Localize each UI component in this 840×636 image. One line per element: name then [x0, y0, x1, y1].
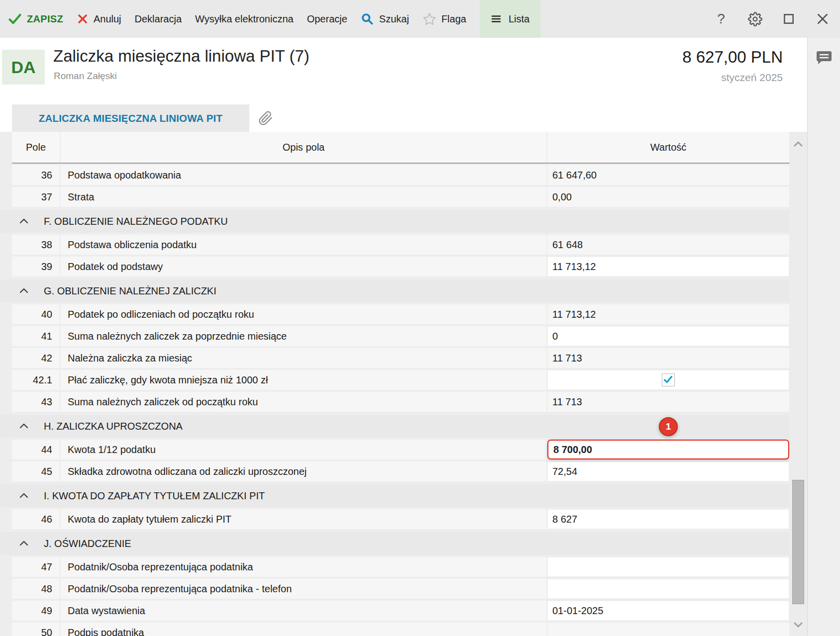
section-header-row[interactable]: I. KWOTA DO ZAPŁATY TYTUŁEM ZALICZKI PIT [0, 484, 789, 507]
list-icon [491, 13, 502, 24]
field-row-48: 48Podatnik/Osoba reprezentująca podatnik… [12, 579, 789, 599]
search-button[interactable]: Szukaj [361, 12, 409, 26]
section-label: H. ZALICZKA UPROSZCZONA [44, 421, 183, 432]
section-header-row[interactable]: J. OŚWIADCZENIE [0, 532, 789, 555]
field-label: Suma należnych zaliczek od początku roku [61, 392, 546, 412]
scroll-up-icon[interactable] [793, 139, 804, 150]
collapse-chevron-icon[interactable] [19, 491, 29, 501]
field-value: 11 713 [547, 392, 789, 412]
attachments-tab[interactable] [250, 104, 281, 132]
field-label: Podpis podatnika [61, 623, 546, 636]
comments-icon[interactable] [816, 50, 833, 66]
field-number: 45 [12, 461, 60, 481]
page-title: Zaliczka miesięczna liniowa PIT (7) [53, 47, 310, 66]
field-number: 41 [12, 326, 60, 346]
flag-label: Flaga [441, 13, 466, 25]
field-number: 43 [12, 392, 60, 412]
annotation-badge: 1 [659, 417, 678, 436]
field-label: Płać zaliczkę, gdy kwota mniejsza niż 10… [61, 370, 546, 390]
field-row-41: 41Suma należnych zaliczek za poprzednie … [12, 326, 789, 346]
field-value: 11 713,12 [547, 304, 789, 324]
tab-strip: ZALICZKA MIESIĘCZNA LINIOWA PIT [0, 96, 807, 132]
field-label: Podstawa opodatkowania [61, 165, 546, 185]
checkbox[interactable] [662, 373, 675, 386]
section-label: I. KWOTA DO ZAPŁATY TYTUŁEM ZALICZKI PIT [44, 490, 265, 502]
menu-wysylka-elektroniczna[interactable]: Wysyłka elektroniczna [195, 13, 294, 25]
column-header-pole: Pole [12, 132, 60, 163]
field-checkbox-cell[interactable] [547, 370, 789, 390]
field-number: 38 [12, 235, 60, 255]
field-value[interactable] [547, 557, 789, 577]
maximize-button[interactable] [781, 11, 796, 26]
column-header-opis: Opis pola [61, 132, 546, 163]
field-row-47: 47Podatnik/Osoba reprezentująca podatnik… [12, 557, 789, 577]
scrollbar-thumb[interactable] [792, 480, 804, 604]
field-label: Data wystawienia [61, 601, 546, 621]
help-button[interactable]: ? [714, 11, 729, 26]
field-label: Podstawa obliczenia podatku [61, 235, 546, 255]
section-header-row[interactable]: F. OBLICZENIE NALEŻNEGO PODATKU [0, 210, 789, 233]
column-header-wartosc: Wartość [547, 132, 789, 163]
field-row-50: 50Podpis podatnika [12, 623, 789, 636]
menu-operacje[interactable]: Operacje [307, 13, 347, 25]
field-number: 42.1 [12, 370, 60, 390]
cancel-label: Anuluj [94, 13, 121, 25]
collapse-chevron-icon[interactable] [19, 286, 29, 296]
section-label: J. OŚWIADCZENIE [44, 538, 131, 549]
vertical-scrollbar[interactable] [789, 132, 807, 636]
field-value[interactable]: 11 713,12 [547, 257, 789, 276]
scroll-down-icon[interactable] [793, 619, 804, 630]
check-icon [8, 12, 22, 26]
menu-deklaracja[interactable]: Deklaracja [135, 13, 182, 25]
settings-button[interactable] [747, 11, 762, 26]
field-value[interactable]: 8 627 [547, 509, 789, 529]
section-header-row[interactable]: G. OBLICZENIE NALEŻNEJ ZALICZKI [0, 279, 789, 302]
field-label: Składka zdrowotna odliczana od zaliczki … [61, 461, 546, 481]
checkmark-icon [663, 374, 674, 385]
field-label: Podatek po odliczeniach od początku roku [61, 304, 546, 324]
field-value[interactable]: 72,54 [547, 461, 789, 481]
field-row-39: 39Podatek od podstawy11 713,12 [12, 257, 789, 276]
menu-deklaracja-label: Deklaracja [135, 13, 182, 25]
field-row-44: 44Kwota 1/12 podatku8 700,001 [12, 440, 789, 459]
maximize-icon [782, 12, 795, 25]
flag-button[interactable]: Flaga [422, 12, 466, 26]
period-label: styczeń 2025 [721, 72, 783, 84]
field-number: 39 [12, 257, 60, 276]
save-label: ZAPISZ [27, 13, 63, 25]
field-value[interactable]: 8 700,001 [547, 440, 789, 459]
field-row-46: 46Kwota do zapłaty tytułem zaliczki PIT8… [12, 509, 789, 529]
field-number: 49 [12, 601, 60, 621]
field-value[interactable]: 0 [547, 326, 789, 346]
cancel-x-icon [77, 13, 89, 25]
field-row-45: 45Składka zdrowotna odliczana od zaliczk… [12, 461, 789, 481]
menu-wysylka-label: Wysyłka elektroniczna [195, 13, 294, 25]
field-value: 61 648 [547, 235, 789, 255]
save-button[interactable]: ZAPISZ [8, 12, 63, 26]
field-value[interactable]: 01-01-2025 [547, 601, 789, 621]
field-label: Kwota 1/12 podatku [61, 440, 546, 459]
field-value: 11 713 [547, 348, 789, 368]
close-button[interactable] [815, 11, 830, 26]
paperclip-icon [258, 111, 273, 126]
field-number: 37 [12, 187, 60, 207]
collapse-chevron-icon[interactable] [19, 216, 29, 226]
field-number: 42 [12, 348, 60, 368]
section-label: G. OBLICZENIE NALEŻNEJ ZALICZKI [44, 285, 216, 297]
field-value[interactable] [547, 579, 789, 599]
cancel-button[interactable]: Anuluj [77, 13, 121, 25]
help-icon: ? [717, 11, 725, 27]
field-number: 46 [12, 509, 60, 529]
field-number: 50 [12, 623, 60, 636]
field-label: Podatnik/Osoba reprezentująca podatnika [61, 557, 546, 577]
field-row-37: 37Strata0,00 [12, 187, 789, 207]
window-controls: ? [714, 11, 840, 26]
side-panel [807, 38, 840, 636]
list-button[interactable]: Lista [480, 0, 540, 38]
tab-zaliczka-miesieczna-liniowa-pit[interactable]: ZALICZKA MIESIĘCZNA LINIOWA PIT [12, 104, 249, 132]
field-label: Kwota do zapłaty tytułem zaliczki PIT [61, 509, 546, 529]
toolbar: ZAPISZ Anuluj Deklaracja Wysyłka elektro… [0, 0, 840, 38]
search-icon [361, 12, 374, 26]
collapse-chevron-icon[interactable] [19, 539, 29, 548]
collapse-chevron-icon[interactable] [19, 421, 29, 431]
